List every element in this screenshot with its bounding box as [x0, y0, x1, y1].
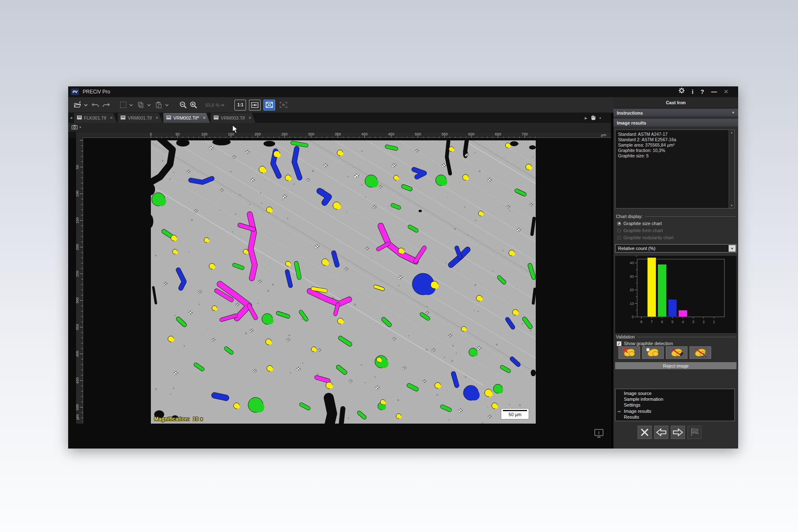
- tab-label: FLK001.Tif: [84, 115, 106, 120]
- split-graphite-button[interactable]: [666, 346, 687, 359]
- info-button[interactable]: i: [692, 86, 694, 97]
- fullscreen-button[interactable]: [278, 100, 289, 110]
- close-button[interactable]: ×: [724, 86, 728, 97]
- copy-button[interactable]: [136, 100, 145, 110]
- zoom-percentage-dropdown-icon[interactable]: [220, 100, 224, 110]
- scale-bar-line: [503, 410, 527, 411]
- open-file-button[interactable]: [73, 100, 82, 110]
- fit-width-button[interactable]: [249, 100, 261, 110]
- svg-text:i: i: [598, 431, 600, 435]
- tab-close-icon[interactable]: ×: [249, 115, 251, 121]
- snapshot-dropdown-icon[interactable]: ▾: [79, 125, 81, 129]
- measurement-dropdown-value: Relative count (%): [618, 246, 655, 251]
- tab-scroll-right-button[interactable]: ▶: [585, 116, 587, 120]
- dropdown-arrow-icon[interactable]: ▼: [729, 245, 736, 252]
- undo-button[interactable]: [91, 100, 100, 110]
- redo-button[interactable]: [101, 100, 111, 110]
- svg-text:30: 30: [630, 275, 634, 279]
- back-button[interactable]: [654, 426, 668, 439]
- vertical-ruler: 50100150200250300350400450500µm: [76, 138, 83, 424]
- snapshot-icon[interactable]: [71, 124, 78, 131]
- wizard-footer-buttons: [638, 426, 702, 439]
- svg-text:0: 0: [632, 315, 634, 319]
- svg-text:3: 3: [692, 320, 694, 324]
- tab-vrm001tif[interactable]: VRM001.Tif×: [118, 113, 163, 123]
- show-detection-checkbox-row[interactable]: ✓ Show graphite detection: [617, 341, 673, 346]
- image-file-icon: [214, 115, 219, 120]
- zoom-in-button[interactable]: [189, 100, 198, 110]
- select-region-button[interactable]: [118, 100, 128, 110]
- svg-text:150: 150: [76, 217, 79, 223]
- copy-dropdown-icon[interactable]: [147, 100, 151, 110]
- svg-text:450: 450: [76, 378, 79, 384]
- tab-close-icon[interactable]: ×: [110, 115, 113, 121]
- micrograph-image[interactable]: Magnification: 10 x 50 µm: [151, 140, 536, 424]
- scale-bar-label: 50 µm: [501, 412, 529, 417]
- instructions-section-header[interactable]: Instructions ▼: [613, 109, 738, 117]
- svg-text:100: 100: [201, 132, 207, 136]
- step-sample-information[interactable]: Sample information: [616, 396, 734, 402]
- paste-button[interactable]: [154, 100, 163, 110]
- chart-display-label: Chart display:: [616, 214, 736, 219]
- svg-text:40: 40: [630, 261, 634, 265]
- step-image-results[interactable]: ⇨Image results: [616, 408, 734, 414]
- paste-dropdown-icon[interactable]: [165, 100, 169, 110]
- svg-text:5: 5: [671, 320, 673, 324]
- zoom-percentage-value[interactable]: 53,6 %: [205, 103, 219, 108]
- cancel-button[interactable]: [638, 426, 652, 439]
- image-canvas[interactable]: 50100150200250300350400450500µm Magnific…: [68, 138, 611, 449]
- radio-graphite-form-chart[interactable]: Graphite form chart: [617, 228, 663, 233]
- image-results-section-header[interactable]: Image results: [613, 119, 738, 127]
- add-graphite-icon: [646, 348, 659, 358]
- next-button[interactable]: [671, 426, 685, 439]
- step-settings[interactable]: Settings: [616, 402, 734, 408]
- svg-text:250: 250: [281, 132, 288, 136]
- merge-graphite-icon: [694, 348, 707, 358]
- desktop-background: PV PRECiV Pro i ? — ×: [0, 0, 798, 532]
- tab-close-icon[interactable]: ×: [155, 115, 158, 121]
- result-line: Sample area: 375565,84 µm²: [618, 142, 728, 148]
- tab-label: VRM003.Tif: [221, 115, 245, 120]
- image-file-icon: [121, 115, 126, 120]
- pan-hand-icon[interactable]: [591, 114, 596, 122]
- tab-vrm002tif[interactable]: VRM002.Tif*×: [163, 113, 210, 123]
- tab-close-icon[interactable]: ×: [203, 115, 206, 121]
- image-file-icon: [166, 115, 171, 120]
- tab-flk001tif[interactable]: FLK001.Tif×: [74, 113, 117, 123]
- step-results[interactable]: Results: [616, 414, 734, 420]
- reject-image-button[interactable]: Reject image: [615, 362, 736, 369]
- image-file-icon: [77, 115, 82, 120]
- tab-scroll-left-button[interactable]: ◀: [68, 113, 74, 123]
- open-file-dropdown-icon[interactable]: [84, 100, 88, 110]
- step-image-source[interactable]: Image source: [616, 390, 734, 396]
- info-panel-toggle-icon[interactable]: i: [594, 429, 604, 439]
- tab-vrm003tif[interactable]: VRM003.Tif×: [211, 113, 256, 123]
- measurement-dropdown[interactable]: Relative count (%) ▼: [615, 244, 736, 253]
- minimize-button[interactable]: —: [711, 86, 717, 97]
- radio-graphite-nodularity-chart[interactable]: Graphite nodularity chart: [617, 235, 673, 240]
- tab-list-dropdown-icon[interactable]: ▾: [599, 116, 601, 120]
- svg-text:4: 4: [682, 320, 684, 324]
- help-button[interactable]: ?: [701, 86, 704, 97]
- viewer-toolbar: ▾: [68, 123, 611, 132]
- svg-text:10: 10: [630, 302, 634, 306]
- show-detection-label: Show graphite detection: [624, 341, 673, 346]
- actual-size-button[interactable]: 1:1: [234, 100, 246, 110]
- tab-label: VRM002.Tif*: [173, 115, 199, 120]
- fit-to-screen-button[interactable]: [264, 100, 275, 110]
- select-region-dropdown-icon[interactable]: [129, 100, 133, 110]
- scroll-down-icon[interactable]: ▼: [729, 203, 734, 208]
- results-scrollbar[interactable]: ▲ ▼: [729, 130, 734, 208]
- merge-graphite-button[interactable]: [690, 346, 711, 359]
- delete-graphite-button[interactable]: [618, 346, 640, 359]
- checkbox-checked-icon[interactable]: ✓: [617, 341, 621, 346]
- finish-flag-button[interactable]: [687, 426, 702, 439]
- zoom-out-button[interactable]: [179, 100, 188, 110]
- radio-graphite-size-chart[interactable]: Graphite size chart: [617, 221, 662, 226]
- mouse-cursor: [232, 125, 238, 135]
- add-graphite-button[interactable]: [642, 346, 664, 359]
- scroll-up-icon[interactable]: ▲: [729, 130, 734, 135]
- analysis-panel: Cast Iron Instructions ▼ Image results S…: [613, 97, 738, 449]
- settings-gear-icon[interactable]: [678, 86, 685, 97]
- svg-text:250: 250: [76, 271, 79, 277]
